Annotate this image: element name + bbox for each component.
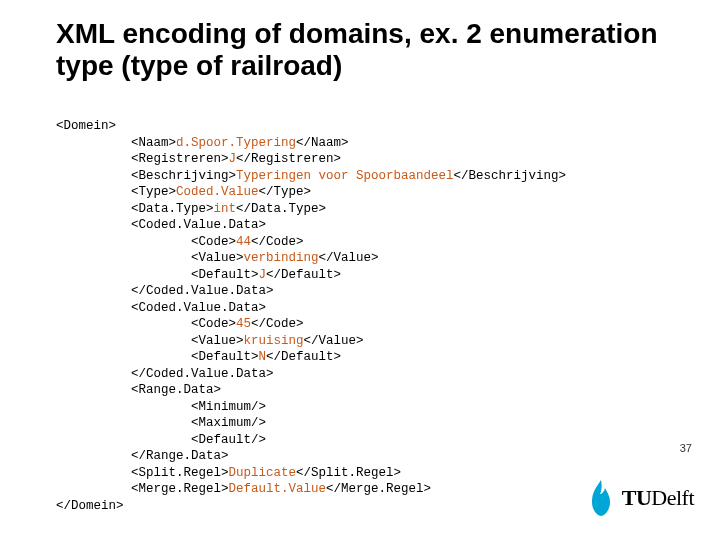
- xml-cvd1-def-open: <Default>: [191, 268, 259, 282]
- xml-cvd1-value-close: </Value>: [319, 251, 379, 265]
- xml-root-close: </Domein>: [56, 499, 124, 513]
- flame-icon: [586, 478, 616, 518]
- xml-cvd2-value-close: </Value>: [304, 334, 364, 348]
- xml-besch-val: Typeringen voor Spoorbaandeel: [236, 169, 454, 183]
- slide-title: XML encoding of domains, ex. 2 enumerati…: [56, 18, 690, 82]
- xml-cvd1-value-val: verbinding: [244, 251, 319, 265]
- xml-merge-close: </Merge.Regel>: [326, 482, 431, 496]
- xml-naam-val: d.Spoor.Typering: [176, 136, 296, 150]
- logo-tu: TU: [622, 485, 652, 511]
- xml-reg-open: <Registreren>: [131, 152, 229, 166]
- xml-cvd1-code-open: <Code>: [191, 235, 236, 249]
- xml-type-open: <Type>: [131, 185, 176, 199]
- xml-cvd2-def-val: N: [259, 350, 267, 364]
- xml-code-block: <Domein> <Naam>d.Spoor.Typering</Naam> <…: [56, 118, 690, 514]
- xml-range-close: </Range.Data>: [131, 449, 229, 463]
- xml-cvd1-value-open: <Value>: [191, 251, 244, 265]
- xml-cvd2-code-close: </Code>: [251, 317, 304, 331]
- xml-besch-close: </Beschrijving>: [454, 169, 567, 183]
- xml-cvd1-code-val: 44: [236, 235, 251, 249]
- xml-naam-open: <Naam>: [131, 136, 176, 150]
- xml-split-close: </Split.Regel>: [296, 466, 401, 480]
- xml-range-max: <Maximum/>: [191, 416, 266, 430]
- logo-delft: Delft: [651, 485, 694, 511]
- xml-dtype-open: <Data.Type>: [131, 202, 214, 216]
- xml-naam-close: </Naam>: [296, 136, 349, 150]
- xml-cvd2-code-open: <Code>: [191, 317, 236, 331]
- xml-cvd1-def-close: </Default>: [266, 268, 341, 282]
- xml-dtype-val: int: [214, 202, 237, 216]
- xml-cvd1-code-close: </Code>: [251, 235, 304, 249]
- xml-cvd2-code-val: 45: [236, 317, 251, 331]
- xml-cvd2-close: </Coded.Value.Data>: [131, 367, 274, 381]
- xml-range-def: <Default/>: [191, 433, 266, 447]
- xml-merge-open: <Merge.Regel>: [131, 482, 229, 496]
- xml-split-open: <Split.Regel>: [131, 466, 229, 480]
- xml-type-val: Coded.Value: [176, 185, 259, 199]
- xml-cvd2-value-open: <Value>: [191, 334, 244, 348]
- page-number: 37: [680, 442, 692, 454]
- xml-range-open: <Range.Data>: [131, 383, 221, 397]
- xml-cvd1-close: </Coded.Value.Data>: [131, 284, 274, 298]
- xml-root-open: <Domein>: [56, 119, 116, 133]
- xml-cvd2-def-close: </Default>: [266, 350, 341, 364]
- xml-cvd1-open: <Coded.Value.Data>: [131, 218, 266, 232]
- xml-cvd2-open: <Coded.Value.Data>: [131, 301, 266, 315]
- xml-besch-open: <Beschrijving>: [131, 169, 236, 183]
- xml-range-min: <Minimum/>: [191, 400, 266, 414]
- xml-cvd2-value-val: kruising: [244, 334, 304, 348]
- xml-reg-close: </Registreren>: [236, 152, 341, 166]
- xml-merge-val: Default.Value: [229, 482, 327, 496]
- xml-cvd2-def-open: <Default>: [191, 350, 259, 364]
- tudelft-logo: TUDelft: [586, 478, 694, 518]
- xml-cvd1-def-val: J: [259, 268, 267, 282]
- xml-reg-val: J: [229, 152, 237, 166]
- slide: XML encoding of domains, ex. 2 enumerati…: [0, 0, 720, 540]
- xml-split-val: Duplicate: [229, 466, 297, 480]
- xml-type-close: </Type>: [259, 185, 312, 199]
- logo-text: TUDelft: [622, 485, 694, 511]
- xml-dtype-close: </Data.Type>: [236, 202, 326, 216]
